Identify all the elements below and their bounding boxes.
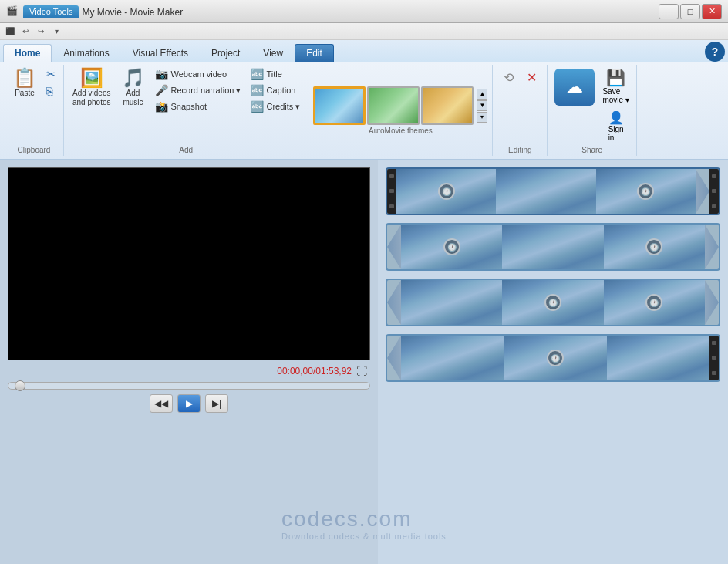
frame-img	[496, 169, 595, 214]
sprocket	[712, 174, 716, 178]
tab-animations[interactable]: Animations	[52, 44, 120, 62]
tab-project[interactable]: Project	[200, 44, 251, 62]
qa-dropdown-button[interactable]: ▾	[49, 25, 63, 39]
add-videos-button[interactable]: 🖼️ Add videosand photos	[69, 66, 115, 110]
prev-frame-button[interactable]: ◀◀	[150, 394, 173, 413]
tab-view[interactable]: View	[251, 44, 295, 62]
strip-arrow-left-2	[387, 225, 401, 269]
theme-scroll-more[interactable]: ▾	[477, 112, 487, 123]
clock-icon: 🕐	[443, 238, 460, 255]
quick-access-toolbar: ⬛ ↩ ↪ ▾	[0, 23, 728, 40]
play-button[interactable]: ▶	[177, 394, 201, 413]
theme-1-preview	[315, 89, 363, 123]
frame-img	[401, 336, 504, 380]
webcam-button[interactable]: 📷 Webcam video	[152, 66, 244, 82]
film-strip-1[interactable]: 🕐 🕐	[386, 167, 720, 215]
ribbon-group-add: 🖼️ Add videosand photos 🎵 Addmusic 📷 Web…	[64, 65, 308, 156]
paste-icon: 📋	[13, 69, 36, 87]
expand-icon[interactable]: ⛶	[356, 365, 367, 377]
next-frame-button[interactable]: ▶|	[205, 394, 228, 413]
close-button[interactable]: ✕	[702, 4, 722, 19]
theme-strip	[313, 86, 474, 125]
sprocket	[712, 341, 716, 345]
tab-edit[interactable]: Edit	[295, 44, 334, 62]
ribbon-group-editing: ⟲ ✕ Editing	[493, 65, 548, 156]
watermark: codecs.com Download codecs & multimedia …	[378, 507, 447, 541]
cut-icon: ✂	[46, 68, 56, 80]
timeline-slider[interactable]	[8, 382, 370, 390]
redo-button[interactable]: ↪	[34, 25, 48, 39]
theme-1[interactable]	[313, 86, 366, 125]
strip-content-2: 🕐 🕐	[401, 225, 705, 269]
app-menu-button[interactable]: ⬛	[3, 25, 17, 39]
save-icon: 💾	[606, 69, 625, 87]
strip-frame	[496, 169, 595, 214]
theme-scroll-down[interactable]: ▼	[477, 100, 487, 111]
sign-in-label: Signin	[608, 125, 624, 142]
strip-frame: 🕐	[596, 169, 696, 214]
rotate-left-button[interactable]: ⟲	[497, 66, 519, 88]
frame-img	[401, 280, 502, 325]
video-tools-badge: Video Tools	[23, 5, 79, 18]
clock-icon: 🕐	[645, 294, 662, 311]
snapshot-button[interactable]: 📸 Snapshot	[152, 99, 244, 114]
copy-button[interactable]: ⎘	[43, 83, 59, 99]
webcam-label: Webcam video	[171, 69, 228, 79]
sign-in-button[interactable]: 👤 Signin	[600, 108, 631, 144]
strip-content-3: 🕐 🕐	[401, 280, 705, 325]
film-strip-3[interactable]: 🕐 🕐	[386, 279, 720, 326]
preview-screen	[8, 167, 370, 360]
strip-frame: 🕐	[401, 225, 502, 269]
strip-frame	[401, 336, 504, 380]
tab-home[interactable]: Home	[3, 44, 52, 62]
clock-icon: 🕐	[637, 183, 654, 200]
edge-right-4	[709, 336, 719, 380]
save-movie-button[interactable]: 💾 Savemovie ▾	[600, 66, 631, 106]
maximize-button[interactable]: □	[680, 4, 700, 19]
theme-2[interactable]	[367, 86, 420, 125]
theme-scroll-up[interactable]: ▲	[477, 89, 487, 100]
credits-button[interactable]: 🔤 Credits ▾	[248, 99, 304, 114]
film-strip-4[interactable]: 🕐	[386, 334, 720, 382]
ribbon-group-clipboard: 📋 Paste ✂ ⎘ Clipboard	[5, 65, 64, 156]
minimize-button[interactable]: ─	[659, 4, 679, 19]
edge-left-1	[387, 169, 396, 214]
tab-visual-effects[interactable]: Visual Effects	[121, 44, 200, 62]
title-button[interactable]: 🔤 Title	[248, 66, 304, 82]
theme-3-preview	[423, 88, 472, 123]
credits-label: Credits ▾	[267, 102, 301, 112]
clock-icon: 🕐	[547, 350, 564, 366]
snapshot-label: Snapshot	[171, 102, 207, 111]
strip-frame	[607, 336, 709, 380]
clipboard-items: 📋 Paste ✂ ⎘	[9, 66, 59, 144]
ribbon-content: 📋 Paste ✂ ⎘ Clipboard 🖼️ Add	[0, 62, 728, 159]
add-videos-icon: 🖼️	[80, 69, 103, 87]
title-bar: 🎬 Video Tools My Movie - Movie Maker ─ □…	[0, 0, 728, 23]
add-music-button[interactable]: 🎵 Addmusic	[118, 66, 149, 110]
caption-button[interactable]: 🔤 Caption	[248, 83, 304, 98]
webcam-icon: 📷	[155, 68, 168, 80]
add-label: Add	[179, 144, 193, 154]
slider-knob[interactable]	[15, 380, 25, 391]
save-to-cloud-button[interactable]: ☁	[552, 66, 597, 144]
cloud-icon: ☁	[566, 77, 583, 97]
text-buttons: 🔤 Title 🔤 Caption 🔤 Credits ▾	[248, 66, 304, 114]
record-narration-button[interactable]: 🎤 Record narration ▾	[152, 83, 244, 98]
theme-3[interactable]	[421, 86, 474, 125]
caption-label: Caption	[267, 86, 296, 95]
strip-frame: 🕐	[604, 280, 705, 325]
cut-button[interactable]: ✂	[43, 66, 59, 82]
watermark-text: codecs.com	[378, 507, 413, 531]
strip-frame: 🕐	[504, 336, 606, 380]
editing-label: Editing	[508, 144, 532, 154]
caption-icon: 🔤	[251, 84, 264, 96]
help-button[interactable]: ?	[705, 42, 725, 62]
film-strip-2[interactable]: 🕐 🕐	[386, 223, 720, 271]
sprocket	[712, 356, 716, 360]
undo-button[interactable]: ↩	[19, 25, 32, 39]
paste-button[interactable]: 📋 Paste	[9, 66, 40, 100]
strip-arrow-right-1	[696, 169, 709, 214]
add-music-icon: 🎵	[122, 69, 145, 87]
strip-arrow-right-3	[705, 280, 719, 325]
remove-button[interactable]: ✕	[521, 66, 542, 88]
